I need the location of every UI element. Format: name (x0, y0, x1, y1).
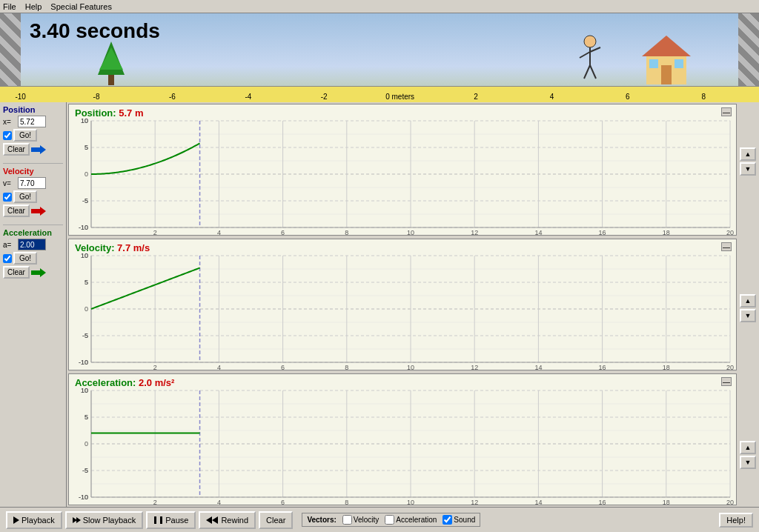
ruler-label-neg8: -8 (93, 93, 100, 101)
svg-text:-5: -5 (82, 332, 88, 339)
divider-2 (3, 225, 63, 225)
svg-text:10: 10 (407, 229, 414, 235)
svg-text:0: 0 (84, 305, 88, 313)
vel-scroll-down[interactable]: ▼ (740, 309, 756, 322)
svg-text:10: 10 (81, 387, 88, 394)
pause-icon-bar2 (160, 516, 162, 524)
position-var-label: x= (3, 118, 16, 126)
acceleration-check-row: Acceleration (385, 515, 437, 525)
svg-text:20: 20 (726, 229, 734, 235)
acc-scroll-up[interactable]: ▲ (740, 441, 756, 454)
position-clear-button[interactable]: Clear (3, 143, 30, 156)
rewind-button[interactable]: Rewind (199, 511, 256, 529)
velocity-var-label: v= (3, 179, 16, 187)
pause-button[interactable]: Pause (146, 511, 196, 529)
velocity-arrow-icon (31, 207, 46, 216)
menu-bar: File Help Special Features (0, 0, 759, 13)
svg-text:18: 18 (663, 364, 670, 370)
velocity-checkbox-row: Go! (3, 190, 63, 203)
acceleration-graph-svg: -10-551010-105-502468101214161820 (69, 374, 736, 505)
svg-text:10: 10 (407, 499, 414, 505)
velocity-vector-checkbox[interactable] (342, 515, 352, 525)
position-section: Position x= Go! Clear (3, 105, 63, 157)
velocity-input[interactable] (18, 177, 46, 189)
pos-scroll-group: ▲ ▼ (740, 147, 758, 176)
acceleration-go-button[interactable]: Go! (13, 252, 37, 265)
svg-line-8 (590, 65, 596, 79)
graphs-area: Position: 5.7 m — -10-551010-105-5024681… (67, 102, 738, 507)
velocity-clear-button[interactable]: Clear (3, 205, 30, 217)
velocity-go-button[interactable]: Go! (13, 190, 37, 203)
velocity-checkbox[interactable] (3, 193, 12, 202)
slow-playback-icon2 (76, 517, 81, 523)
playback-button[interactable]: Playback (6, 511, 62, 529)
ruler-label-neg10: -10 (15, 93, 25, 101)
pos-scroll-down[interactable]: ▼ (740, 162, 756, 176)
svg-text:12: 12 (471, 499, 478, 505)
svg-rect-12 (649, 59, 658, 68)
right-scroll-panel: ▲ ▼ ▲ ▼ ▲ ▼ (738, 102, 759, 507)
svg-marker-15 (31, 207, 46, 216)
help-button[interactable]: Help! (719, 513, 753, 528)
position-checkbox-row: Go! (3, 129, 63, 142)
svg-line-5 (580, 52, 590, 58)
ruler-label-6: 6 (626, 93, 630, 101)
svg-text:4: 4 (217, 364, 221, 370)
svg-text:14: 14 (534, 364, 542, 370)
pos-scroll-up[interactable]: ▲ (740, 147, 756, 161)
position-input[interactable] (18, 116, 46, 127)
ruler-label-2: 2 (474, 93, 478, 101)
position-checkbox[interactable] (3, 131, 12, 140)
ruler-label-neg6: -6 (169, 93, 176, 101)
acceleration-checkbox[interactable] (3, 254, 12, 263)
ruler-label-4: 4 (550, 93, 554, 101)
vel-scroll-up[interactable]: ▲ (740, 294, 756, 307)
svg-line-6 (590, 47, 600, 52)
position-graph-svg: -10-551010-105-502468101214161820 (69, 104, 736, 235)
svg-text:12: 12 (471, 229, 478, 235)
svg-text:20: 20 (726, 364, 734, 370)
slow-playback-button[interactable]: Slow Playback (65, 511, 144, 529)
menu-help[interactable]: Help (25, 2, 42, 11)
playback-icon (13, 516, 19, 524)
svg-text:6: 6 (281, 229, 285, 235)
svg-text:8: 8 (345, 229, 348, 235)
rewind-icon2 (212, 516, 218, 524)
sound-check-label: Sound (454, 516, 475, 524)
acceleration-graph: Acceleration: 2.0 m/s² — -10-551010-105-… (68, 373, 737, 505)
clear-button[interactable]: Clear (259, 511, 293, 529)
acceleration-clear-button[interactable]: Clear (3, 266, 30, 279)
left-panel: Position x= Go! Clear Velocity v= (0, 102, 67, 507)
acceleration-section: Acceleration a= Go! Clear (3, 228, 63, 280)
velocity-clear-row: Clear (3, 205, 63, 217)
main-area: Position x= Go! Clear Velocity v= (0, 102, 759, 507)
vel-scroll-group: ▲ ▼ (740, 294, 758, 322)
svg-text:5: 5 (84, 279, 88, 286)
acceleration-vector-checkbox[interactable] (385, 515, 394, 525)
menu-file[interactable]: File (3, 2, 16, 11)
svg-text:-5: -5 (82, 197, 88, 205)
svg-text:2: 2 (153, 499, 157, 505)
svg-marker-9 (642, 36, 691, 56)
position-row: x= (3, 116, 63, 127)
ruler-label-neg4: -4 (245, 93, 251, 101)
sound-checkbox[interactable] (443, 515, 452, 525)
svg-text:8: 8 (345, 499, 348, 505)
svg-point-3 (584, 36, 596, 47)
acceleration-input[interactable] (18, 239, 46, 250)
position-go-button[interactable]: Go! (13, 129, 37, 142)
acc-scroll-down[interactable]: ▼ (740, 456, 756, 469)
position-arrow-icon (31, 145, 46, 154)
velocity-row: v= (3, 177, 63, 189)
menu-special[interactable]: Special Features (50, 2, 112, 11)
acceleration-clear-row: Clear (3, 266, 63, 279)
svg-text:5: 5 (84, 144, 88, 151)
velocity-graph: Velocity: 7.7 m/s — -10-551010-105-50246… (68, 239, 737, 370)
svg-text:-10: -10 (79, 359, 88, 366)
scene-area: 3.40 seconds (0, 13, 759, 102)
velocity-label: Velocity (3, 167, 63, 176)
slow-playback-label: Slow Playback (83, 516, 136, 525)
svg-text:10: 10 (81, 252, 88, 259)
svg-text:14: 14 (534, 499, 542, 505)
acceleration-var-label: a= (3, 241, 16, 249)
